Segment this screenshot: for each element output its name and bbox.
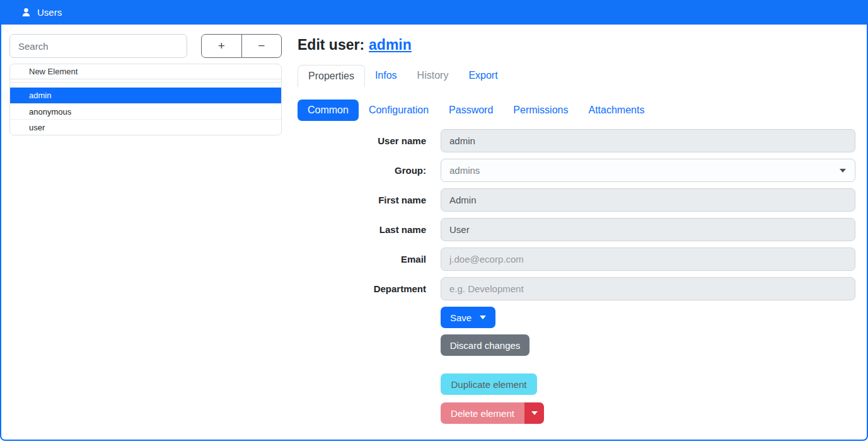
department-field[interactable] <box>441 277 855 300</box>
tab-history: History <box>407 65 459 87</box>
save-button[interactable]: Save <box>441 307 495 328</box>
select-caret-icon <box>840 169 846 173</box>
list-toolbar: + − <box>201 34 282 58</box>
properties-subtabs: Common Configuration Password Permission… <box>298 100 654 121</box>
list-item-anonymous[interactable]: anonymous <box>10 103 281 119</box>
page-title-prefix: Edit user: <box>298 37 364 53</box>
user-icon <box>21 7 32 18</box>
username-field[interactable] <box>441 129 855 152</box>
lastname-field[interactable] <box>441 218 855 241</box>
form-actions: Save Discard changes Duplicate element D… <box>441 307 855 424</box>
subtab-configuration[interactable]: Configuration <box>359 100 439 121</box>
subtab-password[interactable]: Password <box>439 100 503 121</box>
search-input[interactable] <box>9 34 187 58</box>
delete-caret-icon <box>531 411 538 415</box>
subtab-common[interactable]: Common <box>298 100 359 121</box>
group-select[interactable]: admins <box>441 159 855 182</box>
main-tabs: Properties Infos History Export <box>298 65 508 87</box>
duplicate-element-button[interactable]: Duplicate element <box>441 373 537 395</box>
list-item-user[interactable]: user <box>10 119 281 135</box>
department-label: Department <box>298 283 426 294</box>
email-label: Email <box>298 254 426 265</box>
form-row-group: Group: admins <box>298 159 855 182</box>
list-item-admin[interactable]: admin <box>10 88 281 103</box>
firstname-label: First name <box>298 195 426 205</box>
user-form: User name Group: admins First name Last … <box>298 129 855 424</box>
subtab-attachments[interactable]: Attachments <box>578 100 654 121</box>
list-item-empty <box>10 83 281 88</box>
app-title: Users <box>37 7 62 18</box>
edited-user-link[interactable]: admin <box>369 37 412 53</box>
form-row-department: Department <box>298 277 855 300</box>
top-navbar: Users <box>0 0 868 25</box>
form-row-email: Email <box>298 248 855 271</box>
delete-element-button[interactable]: Delete element <box>441 402 524 424</box>
tab-export[interactable]: Export <box>458 65 507 87</box>
add-element-button[interactable]: + <box>201 34 242 58</box>
save-caret-icon <box>480 316 486 319</box>
delete-element-group: Delete element <box>441 402 544 424</box>
list-item-new-element[interactable]: New Element <box>10 64 281 79</box>
remove-element-button[interactable]: − <box>241 34 282 58</box>
subtab-permissions[interactable]: Permissions <box>503 100 578 121</box>
form-row-username: User name <box>298 129 855 152</box>
tab-properties[interactable]: Properties <box>298 65 365 87</box>
email-field[interactable] <box>441 248 855 271</box>
delete-dropdown-toggle[interactable] <box>524 402 544 424</box>
tab-infos[interactable]: Infos <box>365 65 407 87</box>
group-label: Group: <box>298 165 426 176</box>
group-select-value: admins <box>449 165 480 176</box>
discard-changes-button[interactable]: Discard changes <box>441 334 529 356</box>
element-list: New Element admin anonymous user <box>9 64 282 135</box>
form-row-firstname: First name <box>298 188 855 212</box>
username-label: User name <box>298 135 426 146</box>
page-title: Edit user:admin <box>298 37 412 54</box>
lastname-label: Last name <box>298 224 426 235</box>
form-row-lastname: Last name <box>298 218 855 241</box>
save-button-label: Save <box>450 312 472 323</box>
firstname-field[interactable] <box>441 188 855 212</box>
